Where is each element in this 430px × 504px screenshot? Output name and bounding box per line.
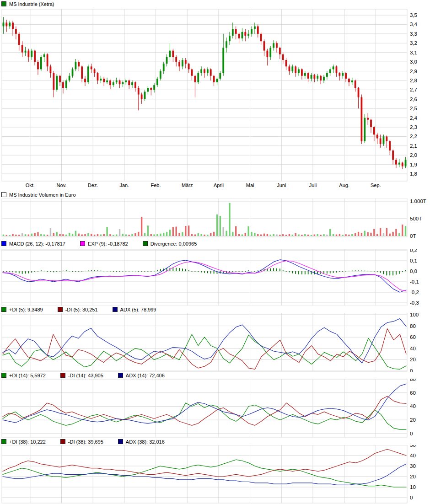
y-axis-tick-label: 1,9 xyxy=(410,162,417,167)
month-label: März xyxy=(182,182,193,188)
di38-legend: +DI (38): 10,222 -DI (38): 39,695 ADX (3… xyxy=(1,439,179,445)
legend-item-adx5: ADX (5): 78,999 xyxy=(113,307,156,312)
y-axis-tick-label: 3,1 xyxy=(410,50,417,55)
y-axis-tick-label: 40 xyxy=(410,453,416,458)
month-label: Okt. xyxy=(26,182,35,188)
y-axis-tick-label: 80 xyxy=(410,323,416,329)
y-axis-tick-label: 40 xyxy=(410,346,416,351)
stock-chart-root: MS Industrie (Xetra) Okt.Nov.Dez.Jan.Feb… xyxy=(0,0,430,504)
y-axis-tick-label: 0 xyxy=(410,431,413,436)
y-axis-tick-label: 0,2 xyxy=(410,249,417,253)
legend-item-minus-di14: -DI (14): 43,905 xyxy=(60,373,103,378)
y-axis-tick-label: 60 xyxy=(410,334,416,340)
y-axis-tick-label: 10 xyxy=(410,484,416,490)
y-axis-tick-label: 20 xyxy=(410,357,416,362)
divergence-legend-label: Divergence: 0,00965 xyxy=(150,241,197,247)
di38-adx-chart: 50403020100 xyxy=(0,445,430,504)
y-axis-tick-label: 80 xyxy=(410,379,416,382)
y-axis-tick-label: 40 xyxy=(410,403,416,409)
di14-adx-chart: 806040200 xyxy=(0,379,430,438)
month-label: Jan. xyxy=(119,182,129,188)
legend-item-plus-di14: +DI (14): 5,5972 xyxy=(1,373,46,378)
month-label: Aug. xyxy=(339,182,349,188)
month-label: April xyxy=(214,182,224,188)
legend-item-macd: MACD (26, 12): -0,17817 xyxy=(1,241,65,247)
macd-legend: MACD (26, 12): -0,17817 EXP (9): -0,1878… xyxy=(1,241,211,247)
y-axis-tick-label: 3,3 xyxy=(410,31,417,37)
y-axis-tick-label: 20 xyxy=(410,474,416,479)
macd-legend-label: MACD (26, 12): -0,17817 xyxy=(9,241,65,247)
candles-group xyxy=(3,17,407,169)
y-axis-tick-label: 2,0 xyxy=(410,152,417,158)
y-axis-tick-label: 0 xyxy=(410,495,413,500)
y-axis-tick-label: 2,2 xyxy=(410,134,417,139)
plusminus-di-line xyxy=(3,403,406,429)
minus-di-line xyxy=(3,329,406,370)
minus-di14-marker-icon xyxy=(60,373,65,378)
minus-di-line xyxy=(3,449,406,477)
grid-lines xyxy=(2,313,407,371)
y-axis-tick-label: 2,3 xyxy=(410,124,417,130)
divergence-bars xyxy=(3,268,406,275)
y-axis-tick-label: 3,5 xyxy=(410,12,417,18)
y-axis-tick-label: 2,7 xyxy=(410,87,417,92)
y-axis-tick-label: 3,2 xyxy=(410,40,417,46)
minus-di14-legend-label: -DI (14): 43,905 xyxy=(68,373,103,378)
minus-di-line xyxy=(3,396,406,425)
plus-di5-legend-label: +DI (5): 9,3489 xyxy=(9,307,43,312)
y-axis-tick-label: 2,4 xyxy=(410,115,418,121)
legend-item-plus-di5: +DI (5): 9,3489 xyxy=(1,307,43,312)
month-label: Mai xyxy=(246,182,254,188)
month-label: Nov. xyxy=(57,182,67,188)
y-axis-tick-label: 100 xyxy=(410,313,419,317)
y-axis-tick-label: 3,4 xyxy=(410,21,418,27)
macd-chart: 0,20,10,0-0,1-0,2-0,3 xyxy=(0,249,430,306)
adx-line xyxy=(3,319,406,363)
month-label: Dez. xyxy=(88,182,98,188)
y-axis-tick-label: 2,1 xyxy=(410,143,417,149)
y-axis-tick-label: 50 xyxy=(410,445,416,448)
plus-di38-marker-icon xyxy=(1,439,6,444)
price-series-marker-icon xyxy=(1,1,6,6)
legend-item-minus-di5: -DI (5): 30,251 xyxy=(58,307,98,312)
volume-chart-title: MS Industrie Volumen in Euro xyxy=(1,192,76,198)
month-label: Juni xyxy=(277,182,286,188)
adx14-legend-label: ADX (14): 72,406 xyxy=(126,373,165,378)
y-axis-tick-label: 2,6 xyxy=(410,97,417,102)
price-chart-title: MS Industrie (Xetra) xyxy=(1,1,54,7)
y-axis-tick-label: 0,0 xyxy=(410,268,417,274)
adx-line xyxy=(3,384,406,423)
price-candlestick-chart: Okt.Nov.Dez.Jan.Feb.MärzAprilMaiJuniJuli… xyxy=(0,8,430,189)
di5-adx-chart: 100806040200 xyxy=(0,313,430,372)
month-label: Juli xyxy=(309,182,317,188)
y-axis-tick-label: 30 xyxy=(410,463,416,469)
y-axis-tick-label: 20 xyxy=(410,417,416,423)
plus-di14-marker-icon xyxy=(1,373,6,378)
y-axis-tick-label: 500T xyxy=(410,216,422,221)
adx5-marker-icon xyxy=(113,307,118,312)
grid-lines xyxy=(2,9,407,181)
y-axis-tick-label: 2,9 xyxy=(410,69,417,74)
macd-marker-icon xyxy=(1,241,6,246)
legend-item-divergence: Divergence: 0,00965 xyxy=(143,241,197,247)
y-axis-tick-label: 1,8 xyxy=(410,171,417,177)
plusminus-di-line xyxy=(3,460,406,487)
grid-lines xyxy=(2,198,407,237)
month-label: Sep. xyxy=(371,182,381,188)
y-axis-tick-label: -0,2 xyxy=(410,290,419,295)
legend-item-plus-di38: +DI (38): 10,222 xyxy=(1,439,46,445)
volume-bar-chart: 1.000T500T0T xyxy=(0,198,430,238)
adx5-legend-label: ADX (5): 78,999 xyxy=(120,307,156,312)
minus-di38-marker-icon xyxy=(60,439,65,444)
y-axis-tick-label: 2,5 xyxy=(410,106,417,111)
volume-bars-group xyxy=(3,203,407,236)
y-axis-tick-label: 0 xyxy=(410,368,413,372)
volume-chart-title-label: MS Industrie Volumen in Euro xyxy=(9,192,76,198)
divergence-marker-icon xyxy=(143,241,148,246)
legend-item-exp: EXP (9): -0,18782 xyxy=(80,241,128,247)
volume-series-marker-icon xyxy=(1,192,6,197)
y-axis-tick-label: -0,1 xyxy=(410,279,419,284)
plus-di38-legend-label: +DI (38): 10,222 xyxy=(9,439,46,445)
month-label: Feb. xyxy=(151,182,161,188)
plus-di5-marker-icon xyxy=(1,307,6,312)
